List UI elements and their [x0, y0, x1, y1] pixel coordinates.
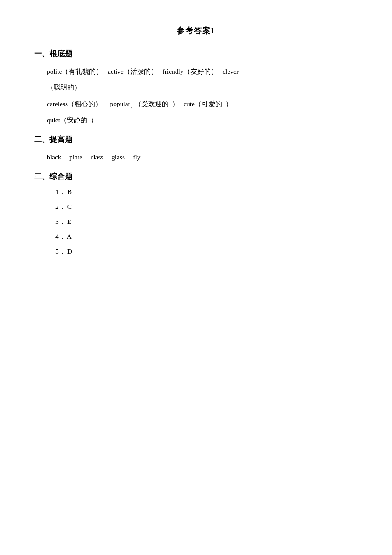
section-3: 三、综合题 1． B 2． C 3． E 4． A 5． D — [34, 171, 358, 256]
section-2: 二、提高题 black plate class glass fly — [34, 134, 358, 164]
answer-item-1: 1． B — [55, 188, 358, 197]
section-1-line-2: （聪明的） — [47, 81, 358, 94]
section-1-title: 一、根底题 — [34, 49, 358, 59]
section-2-line-1: black plate class glass fly — [47, 150, 358, 164]
answer-item-3: 3． E — [55, 217, 358, 226]
answer-item-2: 2． C — [55, 202, 358, 211]
section-1-content: polite（有礼貌的） active（活泼的） friendly（友好的） c… — [47, 65, 358, 127]
answer-item-5: 5． D — [55, 247, 358, 256]
section-1: 一、根底题 polite（有礼貌的） active（活泼的） friendly（… — [34, 49, 358, 127]
section-3-answers: 1． B 2． C 3． E 4． A 5． D — [55, 188, 358, 256]
section-3-title: 三、综合题 — [34, 171, 358, 182]
section-2-content: black plate class glass fly — [47, 150, 358, 164]
answer-item-4: 4． A — [55, 232, 358, 241]
page-title: 参考答案1 — [34, 26, 358, 36]
section-1-line-1: polite（有礼貌的） active（活泼的） friendly（友好的） c… — [47, 65, 358, 78]
section-1-line-3: careless（粗心的） popular。（受欢迎的 ） cute（可爱的 ） — [47, 97, 358, 111]
section-2-title: 二、提高题 — [34, 134, 358, 145]
section-1-line-4: quiet（安静的 ） — [47, 113, 358, 127]
